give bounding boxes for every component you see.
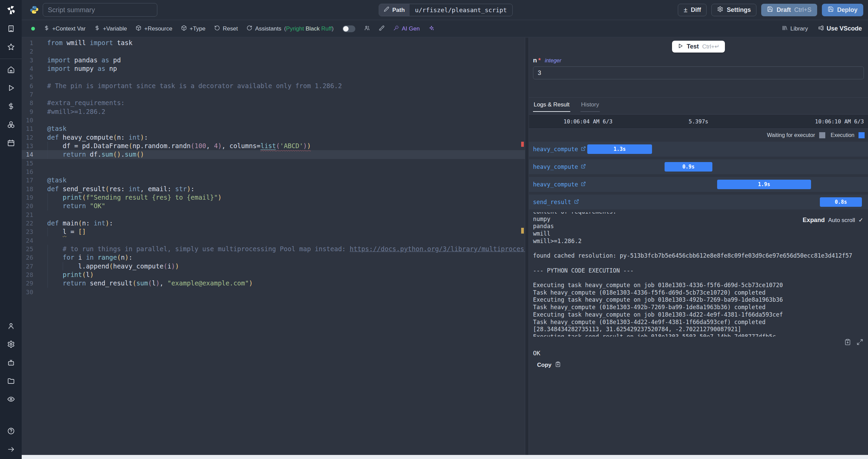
- gear-icon: [717, 6, 723, 14]
- multiplayer-button[interactable]: [364, 25, 370, 33]
- test-shortcut: Ctrl+↵: [702, 43, 719, 50]
- line-number: 25: [22, 245, 33, 253]
- rotate-cw-icon: [246, 25, 252, 33]
- status-dot: [31, 27, 35, 31]
- script-summary-input[interactable]: [43, 3, 157, 17]
- path-label: Path: [392, 7, 405, 14]
- assistants-button[interactable]: Assistants (Pyright Black Ruff): [246, 25, 334, 33]
- line-number: 9: [22, 107, 33, 116]
- arg-n-input[interactable]: [533, 66, 864, 79]
- error-marker: [521, 142, 524, 147]
- plus-minus-icon: ±: [684, 6, 687, 14]
- sidebar-item-account[interactable]: [0, 317, 22, 336]
- log-viewer: content of requirements: numpy pandas wm…: [529, 212, 868, 337]
- folder-icon: [7, 377, 15, 386]
- play-icon: [677, 43, 683, 50]
- code-line: 1from wmill import task: [22, 39, 525, 47]
- code-line: 18def send_result(res: int, email: str):: [22, 185, 525, 193]
- wand-icon: [393, 25, 399, 33]
- execution-bar[interactable]: 0.8s: [820, 197, 862, 207]
- fullscreen-icon[interactable]: [856, 339, 863, 347]
- execution-bar[interactable]: 0.9s: [665, 162, 712, 172]
- code-line: 22def main(n: int):: [22, 219, 525, 227]
- task-link[interactable]: heavy_compute: [533, 146, 586, 153]
- line-number: 22: [22, 219, 33, 227]
- vscode-icon: [818, 25, 824, 33]
- waiting-swatch: [819, 132, 825, 138]
- users-icon: [364, 25, 370, 33]
- line-number: 30: [22, 288, 33, 296]
- sidebar-item-settings[interactable]: [0, 336, 22, 354]
- code-line: 12def heavy_compute(n: int):: [22, 133, 525, 142]
- sidebar-item-home[interactable]: [0, 61, 22, 79]
- task-link[interactable]: heavy_compute: [533, 163, 586, 170]
- line-number: 23: [22, 227, 33, 236]
- execution-bar[interactable]: 1.9s: [717, 180, 811, 189]
- dollar-icon: [7, 102, 15, 112]
- line-number: 7: [22, 90, 33, 99]
- ai-gen-button[interactable]: AI Gen: [393, 25, 420, 33]
- code-line: 13 df = pd.DataFrame(np.random.randn(100…: [22, 142, 525, 150]
- pane-splitter[interactable]: [525, 38, 529, 455]
- copy-result-button[interactable]: Copy: [537, 361, 868, 369]
- sidebar-item-help[interactable]: [0, 422, 22, 441]
- ai-sparkles-button[interactable]: [429, 25, 434, 33]
- assistants-toggle[interactable]: [342, 25, 355, 32]
- path-chip[interactable]: Path u/rfiszel/pleasant_script: [379, 4, 513, 16]
- clipboard-icon: [555, 361, 561, 369]
- add-resource-button[interactable]: +Resource: [136, 25, 172, 33]
- task-link[interactable]: heavy_compute: [533, 181, 586, 188]
- autoscroll-toggle[interactable]: Auto scroll: [828, 217, 855, 224]
- resources-cubes-icon: [7, 121, 15, 130]
- sidebar-item-runs[interactable]: [0, 79, 22, 98]
- bottom-scrollbar-track[interactable]: [22, 455, 868, 459]
- save-icon: [767, 6, 773, 14]
- building-icon: [7, 25, 15, 34]
- deploy-button[interactable]: Deploy: [822, 4, 863, 16]
- log-expand-button[interactable]: Expand: [803, 217, 825, 224]
- tab-history[interactable]: History: [580, 98, 600, 112]
- copy-logs-icon[interactable]: [844, 339, 851, 347]
- code-line: 20 return "OK": [22, 202, 525, 210]
- sidebar-item-favorites[interactable]: [0, 38, 22, 57]
- sidebar-item-resources[interactable]: [0, 116, 22, 134]
- code-line: 3import pandas as pd: [22, 56, 525, 64]
- line-number: 2: [22, 47, 33, 56]
- line-number: 28: [22, 271, 33, 279]
- task-link[interactable]: send_result: [533, 199, 579, 205]
- use-vscode-button[interactable]: Use VScode: [818, 25, 862, 33]
- assistants-detail: (Pyright Black Ruff): [284, 25, 334, 32]
- sidebar-collapse[interactable]: [0, 441, 22, 459]
- add-variable-button[interactable]: +Variable: [94, 25, 127, 33]
- sidebar-item-workers[interactable]: [0, 354, 22, 372]
- library-button[interactable]: Library: [782, 25, 808, 33]
- code-line: 23 l = []: [22, 227, 525, 236]
- settings-button[interactable]: Settings: [711, 4, 756, 16]
- draft-button[interactable]: Draft Ctrl+S: [761, 4, 817, 16]
- diff-button[interactable]: ± Diff: [678, 4, 707, 16]
- sidebar-item-workspace[interactable]: [0, 20, 22, 38]
- line-number: 18: [22, 185, 33, 193]
- code-editor[interactable]: 1from wmill import task23import pandas a…: [22, 38, 525, 455]
- add-type-button[interactable]: +Type: [181, 25, 205, 33]
- test-button[interactable]: Test Ctrl+↵: [672, 41, 725, 53]
- code-line: 15: [22, 159, 525, 167]
- check-icon: ✓: [859, 217, 863, 224]
- tab-logs-result[interactable]: Logs & Result: [533, 98, 570, 112]
- result-value: OK: [533, 350, 868, 357]
- windmill-logo[interactable]: [0, 0, 22, 20]
- sidebar-item-folders[interactable]: [0, 372, 22, 391]
- draft-shortcut: Ctrl+S: [794, 6, 811, 14]
- sidebar-item-schedules[interactable]: [0, 134, 22, 153]
- sidebar-item-audit[interactable]: [0, 391, 22, 409]
- line-number: 20: [22, 202, 33, 210]
- execution-bar[interactable]: 1.3s: [587, 144, 652, 154]
- windmill-script-editor: Path u/rfiszel/pleasant_script ± Diff Se…: [0, 0, 868, 459]
- code-line: 10: [22, 116, 525, 124]
- format-brush-button[interactable]: [379, 25, 384, 33]
- line-number: 10: [22, 116, 33, 124]
- sidebar-item-variables[interactable]: [0, 98, 22, 116]
- reset-button[interactable]: Reset: [214, 25, 238, 33]
- line-number: 6: [22, 82, 33, 90]
- add-context-var-button[interactable]: +Context Var: [44, 25, 85, 33]
